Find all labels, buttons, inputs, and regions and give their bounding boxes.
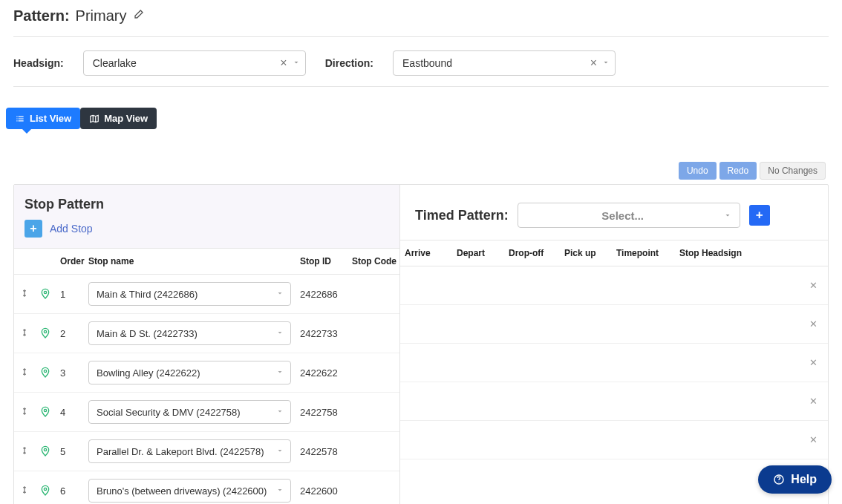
divider bbox=[13, 36, 829, 37]
table-row: 4Social Security & DMV (2422758)2422758 bbox=[14, 393, 399, 432]
map-pin-icon[interactable] bbox=[35, 432, 56, 471]
help-icon bbox=[773, 474, 785, 485]
table-row: 2Main & D St. (2422733)2422733 bbox=[14, 314, 399, 353]
drag-handle-icon[interactable] bbox=[14, 275, 35, 314]
stop-name-cell: Bruno's (between driveways) (2422600) bbox=[84, 471, 296, 505]
order-cell: 4 bbox=[56, 393, 84, 432]
order-cell: 1 bbox=[56, 275, 84, 314]
add-stop-button[interactable]: + bbox=[25, 220, 42, 238]
help-label: Help bbox=[791, 473, 817, 486]
col-stop-headsign: Stop Headsign bbox=[675, 240, 798, 266]
stop-headsign-cell bbox=[675, 382, 798, 421]
pickup-cell bbox=[560, 344, 612, 382]
drag-handle-icon[interactable] bbox=[14, 314, 35, 353]
map-pin-icon[interactable] bbox=[35, 314, 56, 353]
timepoint-cell bbox=[612, 344, 675, 382]
svg-point-2 bbox=[44, 370, 46, 372]
stop-id-cell: 2422758 bbox=[296, 393, 347, 432]
drag-handle-icon[interactable] bbox=[14, 393, 35, 432]
col-timepoint: Timepoint bbox=[612, 240, 675, 266]
add-timed-pattern-button[interactable]: + bbox=[749, 205, 770, 226]
help-button[interactable]: Help bbox=[758, 465, 832, 494]
pickup-cell bbox=[560, 305, 612, 344]
stop-select[interactable]: Bowling Alley (2422622) bbox=[88, 361, 291, 384]
col-dropoff: Drop-off bbox=[504, 240, 560, 266]
undo-button[interactable]: Undo bbox=[679, 162, 717, 180]
order-cell: 2 bbox=[56, 314, 84, 353]
timepoint-cell bbox=[612, 421, 675, 459]
dropoff-cell bbox=[504, 344, 560, 382]
stop-select[interactable]: Main & Third (2422686) bbox=[88, 282, 291, 306]
chevron-down-icon bbox=[275, 367, 284, 379]
table-row: 6Bruno's (between driveways) (2422600)24… bbox=[14, 471, 399, 505]
dropoff-cell bbox=[504, 305, 560, 344]
chevron-down-icon bbox=[275, 485, 284, 497]
chevron-down-icon bbox=[275, 407, 284, 418]
stop-code-cell bbox=[347, 314, 399, 353]
drag-handle-icon[interactable] bbox=[14, 471, 35, 505]
direction-select[interactable]: Eastbound × bbox=[393, 50, 616, 76]
dropoff-cell bbox=[504, 421, 560, 459]
delete-stop-icon[interactable]: ✕ bbox=[798, 421, 828, 459]
edit-pattern-icon[interactable] bbox=[132, 9, 144, 23]
timed-pattern-select[interactable]: Select... bbox=[518, 203, 740, 228]
svg-point-7 bbox=[779, 482, 780, 482]
stop-select[interactable]: Bruno's (between driveways) (2422600) bbox=[88, 479, 291, 503]
delete-stop-icon[interactable]: ✕ bbox=[798, 305, 828, 344]
headsign-select[interactable]: Clearlake × bbox=[83, 50, 306, 76]
chevron-down-icon bbox=[275, 289, 284, 300]
stop-select[interactable]: Parallel Dr. & Lakeport Blvd. (2422578) bbox=[88, 439, 291, 463]
stop-select-value: Main & Third (2422686) bbox=[97, 289, 275, 300]
map-view-label: Map View bbox=[104, 113, 148, 124]
stop-headsign-cell bbox=[675, 266, 798, 305]
stop-pattern-title: Stop Pattern bbox=[25, 197, 389, 212]
table-row: ✕ bbox=[400, 344, 828, 382]
svg-point-3 bbox=[44, 409, 46, 411]
stop-id-cell: 2422600 bbox=[296, 471, 347, 505]
stop-select[interactable]: Main & D St. (2422733) bbox=[88, 321, 291, 345]
chevron-down-icon bbox=[601, 57, 610, 69]
headsign-clear-icon[interactable]: × bbox=[277, 56, 290, 70]
drag-handle-icon[interactable] bbox=[14, 353, 35, 393]
delete-stop-icon[interactable]: ✕ bbox=[798, 382, 828, 421]
stop-code-cell bbox=[347, 471, 399, 505]
order-cell: 3 bbox=[56, 353, 84, 393]
map-pin-icon[interactable] bbox=[35, 275, 56, 314]
svg-point-5 bbox=[44, 488, 46, 490]
direction-value: Eastbound bbox=[402, 57, 587, 69]
pickup-cell bbox=[560, 266, 612, 305]
delete-stop-icon[interactable]: ✕ bbox=[798, 266, 828, 305]
col-stop-code: Stop Code bbox=[347, 249, 399, 275]
stop-headsign-cell bbox=[675, 344, 798, 382]
drag-handle-icon[interactable] bbox=[14, 432, 35, 471]
table-row: ✕ bbox=[400, 421, 828, 459]
col-arrive: Arrive bbox=[400, 240, 452, 266]
stop-code-cell bbox=[347, 432, 399, 471]
dropoff-cell bbox=[504, 459, 560, 498]
redo-button[interactable]: Redo bbox=[719, 162, 757, 180]
col-stop-name: Stop name bbox=[84, 249, 296, 275]
pickup-cell bbox=[560, 421, 612, 459]
map-pin-icon[interactable] bbox=[35, 471, 56, 505]
tab-map-view[interactable]: Map View bbox=[80, 108, 157, 129]
delete-stop-icon[interactable]: ✕ bbox=[798, 344, 828, 382]
table-row: ✕ bbox=[400, 382, 828, 421]
col-depart: Depart bbox=[452, 240, 504, 266]
list-view-label: List View bbox=[30, 113, 71, 124]
arrive-cell bbox=[400, 382, 452, 421]
stop-select-value: Bruno's (between driveways) (2422600) bbox=[97, 485, 275, 497]
stop-headsign-cell bbox=[675, 421, 798, 459]
stop-name-cell: Social Security & DMV (2422758) bbox=[84, 393, 296, 432]
svg-point-1 bbox=[44, 330, 46, 333]
add-stop-link[interactable]: Add Stop bbox=[50, 223, 93, 235]
map-icon bbox=[89, 114, 99, 124]
timepoint-cell bbox=[612, 459, 675, 498]
map-pin-icon[interactable] bbox=[35, 353, 56, 393]
direction-clear-icon[interactable]: × bbox=[587, 56, 600, 70]
stop-select[interactable]: Social Security & DMV (2422758) bbox=[88, 400, 291, 424]
map-pin-icon[interactable] bbox=[35, 393, 56, 432]
chevron-down-icon bbox=[723, 209, 732, 222]
table-row: ✕ bbox=[400, 305, 828, 344]
pickup-cell bbox=[560, 459, 612, 498]
tab-list-view[interactable]: List View bbox=[6, 108, 80, 129]
